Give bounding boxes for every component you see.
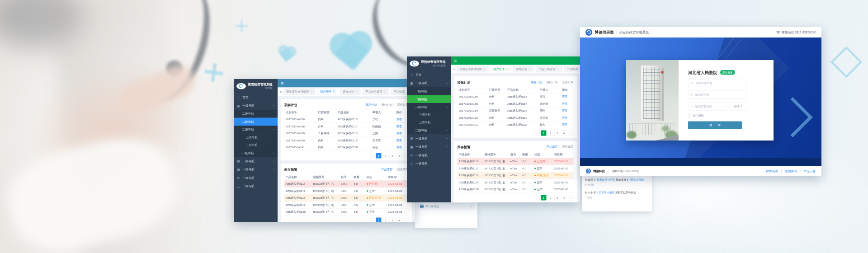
page-button[interactable]: 1 bbox=[376, 153, 382, 159]
page-button[interactable]: 4 bbox=[396, 218, 402, 222]
page-button[interactable]: ‹ bbox=[534, 195, 540, 201]
tab-close-icon[interactable] bbox=[333, 90, 335, 93]
page-button[interactable]: 2 bbox=[383, 218, 388, 222]
remember-checkbox[interactable] bbox=[688, 114, 691, 117]
page-button[interactable]: 2 bbox=[548, 131, 553, 136]
view-link[interactable]: 查看 bbox=[562, 123, 572, 127]
card-link[interactable]: 领用计划 bbox=[531, 80, 542, 84]
document-icon bbox=[420, 205, 424, 208]
view-link[interactable]: 查看 bbox=[396, 138, 407, 142]
sidebar-item[interactable]: ⌂ 首页 bbox=[407, 70, 451, 79]
view-link[interactable]: 查看 bbox=[396, 124, 407, 128]
collapse-tabs-icon[interactable]: « bbox=[280, 89, 281, 94]
page-button[interactable]: 4 bbox=[561, 131, 567, 136]
page-button[interactable]: 3 bbox=[390, 218, 395, 222]
view-link[interactable]: 查看 bbox=[562, 102, 572, 106]
view-link[interactable]: 查看 bbox=[562, 109, 572, 113]
tab-close-icon[interactable] bbox=[310, 90, 313, 93]
page-button[interactable]: 3 bbox=[390, 153, 395, 159]
sidebar-item[interactable]: △ 一级导航 bbox=[407, 159, 451, 168]
hamburger-icon[interactable]: ≡ bbox=[281, 81, 283, 86]
sidebar-item[interactable]: ▦ 一级导航 ∨ bbox=[234, 165, 278, 174]
tab-close-icon[interactable] bbox=[383, 90, 386, 93]
sidebar-item[interactable]: 二级导航 bbox=[234, 110, 278, 118]
tab[interactable]: 通知公告 bbox=[513, 66, 534, 73]
password-field[interactable]: 请填写密码 bbox=[688, 91, 747, 99]
tab[interactable]: 产品分类设置 bbox=[536, 66, 562, 73]
sidebar-item[interactable]: ▤ 一级导航 ∨ bbox=[234, 157, 278, 165]
sidebar-item[interactable]: 二级导航 bbox=[234, 118, 278, 126]
view-link[interactable]: 查看 bbox=[396, 131, 407, 136]
tab-close-icon[interactable] bbox=[506, 68, 509, 70]
sidebar-item[interactable]: 二级导航 bbox=[407, 95, 451, 103]
sidebar-item[interactable]: ▣ 一级导航 ∧ bbox=[234, 102, 278, 110]
sidebar-item[interactable]: 三级导航 bbox=[407, 119, 451, 126]
page-button[interactable]: ‹ bbox=[369, 153, 375, 159]
sidebar-item[interactable]: 三级导航 bbox=[407, 111, 451, 119]
tab[interactable]: 产品分类设置 bbox=[363, 89, 389, 95]
page-button[interactable]: › bbox=[568, 131, 574, 136]
sidebar-item[interactable]: 三级导航 bbox=[234, 134, 278, 141]
feed-text-segment[interactable]: 5 月日常小需求 bbox=[597, 191, 614, 193]
page-button[interactable]: › bbox=[568, 195, 574, 201]
card-link[interactable]: 高值库存 bbox=[562, 145, 574, 149]
sidebar-item[interactable]: ⊘ 一级导航 bbox=[407, 151, 451, 159]
tab[interactable]: 用户管理 bbox=[491, 66, 511, 73]
login-button[interactable]: 登 录 bbox=[688, 122, 742, 129]
tab[interactable]: 资质证件效期预警 bbox=[457, 66, 489, 73]
view-link[interactable]: 查看 bbox=[396, 145, 407, 150]
page-button[interactable]: ‹ bbox=[369, 218, 375, 222]
page-button[interactable]: 3 bbox=[555, 195, 560, 201]
sidebar-item[interactable]: 二级导航 ∨ bbox=[407, 126, 451, 135]
hamburger-icon[interactable]: ≡ bbox=[454, 58, 457, 63]
tab[interactable]: 资质证件效期预警 bbox=[283, 89, 316, 95]
feed-text-segment[interactable]: 5月日常小需求 bbox=[627, 178, 644, 181]
feed-text-segment[interactable]: 风暴精英小分队 bbox=[597, 178, 615, 181]
card-link[interactable]: 预约计划 bbox=[382, 103, 393, 107]
footer-link[interactable]: 密钥驱动 bbox=[785, 169, 797, 173]
sidebar-item[interactable]: ⌂ 首页 bbox=[234, 93, 278, 102]
footer-link[interactable]: 操作说明 bbox=[766, 169, 778, 173]
card-link[interactable]: 产品库存 bbox=[382, 168, 393, 172]
sidebar-item[interactable]: 二级导航 ∨ bbox=[234, 149, 278, 157]
view-link[interactable]: 查看 bbox=[562, 95, 572, 99]
tab-close-icon[interactable] bbox=[355, 90, 358, 93]
card-link[interactable]: 预约计划 bbox=[547, 80, 558, 84]
sidebar-item[interactable]: △ 一级导航 bbox=[234, 182, 278, 191]
page-button[interactable]: 1 bbox=[541, 131, 547, 136]
sidebar-item[interactable]: ⊘ 一级导航 bbox=[234, 173, 278, 182]
sidebar-item[interactable]: ▦ 一级导航 ∨ bbox=[407, 143, 451, 151]
tab[interactable]: 通知公告 bbox=[340, 89, 361, 95]
sidebar-item[interactable]: 二级导航 ∧ bbox=[234, 126, 278, 134]
tab[interactable]: 产品出库 bbox=[564, 66, 580, 73]
page-button[interactable]: › bbox=[403, 218, 409, 222]
footer-link[interactable]: 常见问题 bbox=[804, 169, 816, 173]
card-link[interactable]: 产品库存 bbox=[547, 145, 558, 149]
captcha-field[interactable]: ◎ 请填写验证码 bbox=[688, 103, 727, 111]
tab-close-icon[interactable] bbox=[557, 68, 559, 70]
certificate-row[interactable]: 开户许可证 ∨ bbox=[418, 203, 475, 210]
page-button[interactable]: 2 bbox=[548, 195, 553, 201]
captcha-question[interactable]: 6+8=? bbox=[730, 103, 747, 111]
username-field[interactable]: 请填写用户名 bbox=[688, 79, 747, 87]
view-link[interactable]: 查看 bbox=[562, 116, 572, 120]
page-button[interactable]: 1 bbox=[541, 195, 547, 201]
sidebar-item[interactable]: 三级导航 bbox=[234, 141, 278, 149]
tab[interactable]: 用户管理 bbox=[317, 89, 338, 95]
collapse-tabs-icon[interactable]: « bbox=[453, 67, 454, 71]
page-button[interactable]: 3 bbox=[555, 131, 560, 136]
tab-close-icon[interactable] bbox=[528, 68, 531, 70]
sidebar-item[interactable]: 二级导航 bbox=[407, 87, 451, 95]
sidebar-item[interactable]: ▣ 一级导航 ∧ bbox=[407, 79, 451, 88]
page-button[interactable]: ‹ bbox=[534, 131, 540, 136]
page-button[interactable]: 1 bbox=[376, 218, 382, 222]
page-button[interactable]: 2 bbox=[383, 153, 388, 159]
tab-close-icon[interactable] bbox=[483, 68, 486, 70]
card-link[interactable]: 领用计划 bbox=[366, 103, 377, 107]
page-button[interactable]: 4 bbox=[396, 153, 402, 159]
page-button[interactable]: 4 bbox=[561, 195, 567, 201]
sidebar-item[interactable]: ▤ 一级导航 ∨ bbox=[407, 134, 451, 143]
sidebar-item[interactable]: 二级导航 ∧ bbox=[407, 103, 451, 111]
card-link[interactable]: 高值计划 bbox=[562, 80, 574, 84]
view-link[interactable]: 查看 bbox=[396, 117, 407, 122]
